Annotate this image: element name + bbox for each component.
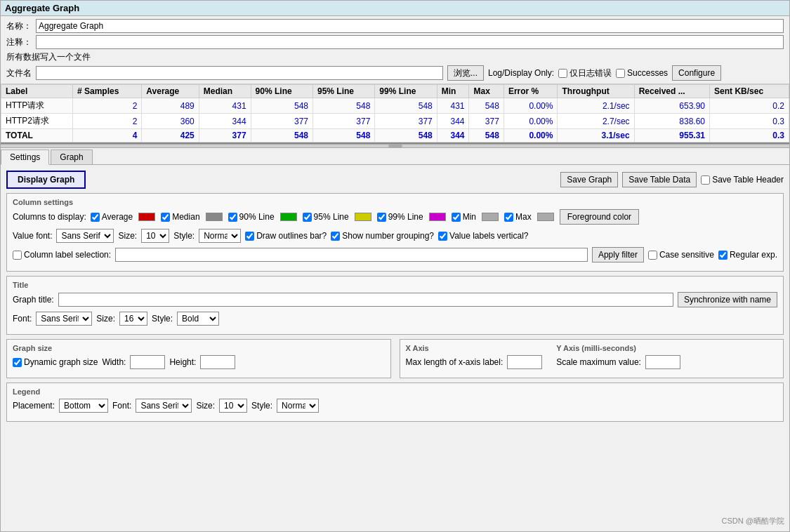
legend-style-select[interactable]: Normal bbox=[277, 399, 319, 413]
log-display-label: Log/Display Only: bbox=[488, 68, 554, 78]
median-swatch bbox=[206, 213, 223, 221]
draw-outlines-check[interactable]: Draw outlines bar? bbox=[245, 231, 327, 241]
value-font-label: Value font: bbox=[13, 231, 52, 241]
placement-label: Placement: bbox=[13, 401, 55, 411]
median-checkbox[interactable] bbox=[161, 213, 170, 222]
log-error-checkbox[interactable] bbox=[558, 69, 567, 78]
window-title: Aggregate Graph bbox=[5, 3, 79, 13]
note-label: 注释： bbox=[6, 36, 32, 48]
title-font-row: Font: Sans Serif Size: 16 Style: Bold bbox=[13, 312, 777, 326]
synchronize-button[interactable]: Synchronize with name bbox=[678, 292, 777, 307]
min-check[interactable]: Min bbox=[452, 212, 476, 222]
graph-title-input[interactable] bbox=[58, 293, 673, 307]
legend-font-select[interactable]: Sans Serif bbox=[136, 399, 192, 413]
avg-check[interactable]: Average bbox=[91, 212, 133, 222]
tab-graph[interactable]: Graph bbox=[51, 149, 92, 164]
title-bar: Aggregate Graph bbox=[1, 1, 789, 16]
file-input[interactable] bbox=[36, 66, 443, 80]
top-buttons-row: Display Graph Save Graph Save Table Data… bbox=[6, 171, 784, 189]
draw-outlines-checkbox[interactable] bbox=[245, 232, 254, 241]
graph-size-title: Graph size bbox=[13, 344, 385, 352]
note-input[interactable] bbox=[36, 35, 784, 49]
title-style-select[interactable]: Bold bbox=[177, 312, 219, 326]
case-sensitive-check[interactable]: Case sensitive bbox=[648, 250, 714, 260]
regular-exp-checkbox[interactable] bbox=[718, 251, 728, 260]
table-row: TOTAL44253775485485483445480.00%3.1/sec9… bbox=[1, 129, 789, 142]
legend-title: Legend bbox=[13, 387, 777, 396]
x-axis-title: X Axis bbox=[406, 344, 543, 352]
browse-button[interactable]: 浏览... bbox=[447, 65, 484, 81]
columns-display-row: Columns to display: Average Median 90% L… bbox=[13, 209, 777, 225]
height-input[interactable] bbox=[200, 355, 235, 369]
table-row: HTTP请求24894315485485484315480.00%2.1/sec… bbox=[1, 98, 789, 114]
graph-size-section: Graph size Dynamic graph size Width: Hei… bbox=[6, 339, 391, 378]
apply-filter-button[interactable]: Apply filter bbox=[592, 247, 644, 262]
height-label: Height: bbox=[169, 357, 196, 367]
y-axis-row: Scale maximum value: bbox=[556, 355, 680, 369]
value-labels-check[interactable]: Value labels vertical? bbox=[438, 231, 529, 241]
foreground-color-button[interactable]: Foreground color bbox=[560, 209, 639, 225]
all-data-row: 所有数据写入一个文件 bbox=[6, 51, 784, 63]
col-max: Max bbox=[469, 85, 503, 98]
line90-swatch bbox=[280, 213, 297, 221]
panel-content: Display Graph Save Graph Save Table Data… bbox=[1, 165, 789, 432]
successes-checkbox[interactable] bbox=[616, 69, 625, 78]
show-number-check[interactable]: Show number grouping? bbox=[331, 231, 434, 241]
line95-swatch bbox=[355, 213, 371, 221]
data-table: Label # Samples Average Median 90% Line … bbox=[1, 84, 789, 142]
col-samples: # Samples bbox=[72, 85, 141, 98]
table-row: HTTP2请求23603443773773773443770.00%2.7/se… bbox=[1, 114, 789, 129]
splitter-handle bbox=[388, 145, 402, 147]
legend-size-select[interactable]: 10 bbox=[219, 399, 247, 413]
line99-checkbox[interactable] bbox=[377, 213, 386, 222]
size-select[interactable]: 10 bbox=[141, 229, 169, 243]
max-check[interactable]: Max bbox=[504, 212, 532, 222]
min-checkbox[interactable] bbox=[452, 213, 461, 222]
width-input[interactable] bbox=[130, 355, 165, 369]
title-section: Title Graph title: Synchronize with name… bbox=[6, 276, 784, 335]
legend-size-label: Size: bbox=[196, 401, 215, 411]
width-label: Width: bbox=[102, 357, 126, 367]
display-graph-button[interactable]: Display Graph bbox=[6, 171, 86, 189]
name-input[interactable] bbox=[36, 19, 784, 33]
title-font-select[interactable]: Sans Serif bbox=[36, 312, 92, 326]
legend-row: Placement: Bottom Font: Sans Serif Size:… bbox=[13, 399, 777, 413]
line90-check[interactable]: 90% Line bbox=[228, 212, 275, 222]
show-number-checkbox[interactable] bbox=[331, 232, 340, 241]
max-checkbox[interactable] bbox=[504, 213, 513, 222]
title-style-label: Style: bbox=[152, 314, 173, 324]
col-label-selection-checkbox[interactable] bbox=[13, 251, 22, 260]
case-sensitive-checkbox[interactable] bbox=[648, 251, 657, 260]
legend-section: Legend Placement: Bottom Font: Sans Seri… bbox=[6, 383, 784, 422]
col-label: Label bbox=[1, 85, 73, 98]
col-90line: 90% Line bbox=[251, 85, 312, 98]
line99-check[interactable]: 99% Line bbox=[377, 212, 423, 222]
font-select[interactable]: Sans Serif bbox=[56, 229, 114, 243]
configure-button[interactable]: Configure bbox=[672, 65, 721, 81]
line95-checkbox[interactable] bbox=[303, 213, 312, 222]
title-size-select[interactable]: 16 bbox=[119, 312, 147, 326]
log-error-check[interactable]: 仅日志错误 bbox=[558, 67, 612, 79]
tab-settings[interactable]: Settings bbox=[1, 149, 49, 165]
scale-max-label: Scale maximum value: bbox=[556, 357, 641, 367]
regular-exp-check[interactable]: Regular exp. bbox=[718, 250, 777, 260]
value-labels-checkbox[interactable] bbox=[438, 232, 447, 241]
column-label-input[interactable] bbox=[115, 248, 588, 262]
max-length-input[interactable] bbox=[507, 355, 542, 369]
save-table-data-button[interactable]: Save Table Data bbox=[622, 172, 697, 187]
successes-check[interactable]: Successes bbox=[616, 68, 668, 78]
scale-max-input[interactable] bbox=[645, 355, 680, 369]
col-label-selection-check[interactable]: Column label selection: bbox=[13, 250, 111, 260]
dynamic-size-checkbox[interactable] bbox=[13, 358, 22, 367]
save-graph-button[interactable]: Save Graph bbox=[560, 172, 618, 187]
save-table-header-checkbox[interactable] bbox=[701, 175, 710, 185]
dynamic-size-check[interactable]: Dynamic graph size bbox=[13, 357, 98, 367]
line95-check[interactable]: 95% Line bbox=[303, 212, 349, 222]
placement-select[interactable]: Bottom bbox=[59, 399, 108, 413]
median-check[interactable]: Median bbox=[161, 212, 199, 222]
style-select[interactable]: Normal bbox=[199, 229, 241, 243]
avg-checkbox[interactable] bbox=[91, 213, 100, 222]
name-label: 名称： bbox=[6, 20, 32, 32]
line90-checkbox[interactable] bbox=[228, 213, 237, 222]
save-table-header-check[interactable]: Save Table Header bbox=[701, 175, 784, 185]
